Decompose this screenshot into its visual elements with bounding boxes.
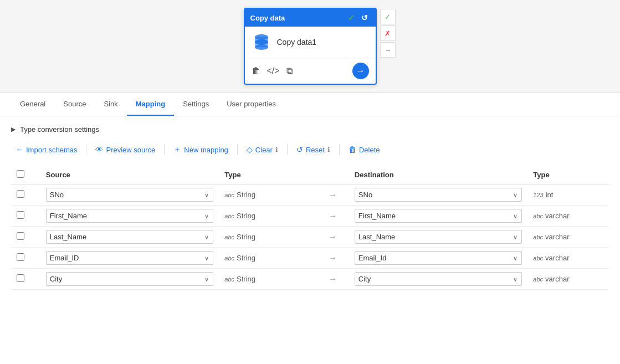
clear-btn[interactable]: ◇ Clear ℹ <box>242 143 283 156</box>
row-checkbox-2[interactable] <box>17 232 24 240</box>
dest-type-icon-0: 123 <box>533 192 543 198</box>
dest-type-badge-4: abc varchar <box>533 275 603 283</box>
card-header: Copy data ✓ ↺ <box>245 9 376 27</box>
dest-type-header: Type <box>527 166 609 184</box>
side-buttons: ✓ ✗ → <box>380 9 396 58</box>
dest-select-2[interactable]: Last_Name <box>355 230 522 244</box>
card-undo-icon[interactable]: ↺ <box>359 12 370 23</box>
table-row: Last_Name abc String → Last_Name abc var… <box>11 227 609 248</box>
panel-content: ▶ Type conversion settings ← Import sche… <box>0 116 620 299</box>
source-type-text-0: String <box>237 191 255 199</box>
card-header-right: ✓ ↺ <box>346 12 370 23</box>
tab-mapping[interactable]: Mapping <box>127 93 174 116</box>
source-type-header: Type <box>219 166 316 184</box>
table-row: Email_ID abc String → Email_Id abc varch… <box>11 248 609 269</box>
source-select-3[interactable]: Email_ID <box>46 251 214 265</box>
clear-icon: ◇ <box>247 145 253 154</box>
dest-type-badge-2: abc varchar <box>533 233 603 241</box>
mapping-arrow-3: → <box>329 253 337 263</box>
preview-source-btn[interactable]: 👁 Preview source <box>91 143 160 156</box>
tab-settings[interactable]: Settings <box>174 93 218 116</box>
reset-label: Reset <box>306 146 325 154</box>
copy-data-card: Copy data ✓ ↺ Copy data1 🗑 </> <box>244 8 377 85</box>
source-type-text-1: String <box>237 212 255 220</box>
new-mapping-btn[interactable]: ＋ New mapping <box>169 142 233 157</box>
source-type-text-3: String <box>237 254 255 262</box>
svg-point-4 <box>255 44 268 50</box>
source-type-badge-0: abc String <box>224 191 311 199</box>
source-select-4[interactable]: City <box>46 272 214 286</box>
reset-info-icon: ℹ <box>327 146 330 153</box>
row-checkbox-3[interactable] <box>17 253 24 261</box>
toolbar-divider-4 <box>287 144 288 155</box>
card-check-icon[interactable]: ✓ <box>346 12 357 23</box>
dest-type-icon-2: abc <box>533 234 543 240</box>
dest-select-3[interactable]: Email_Id <box>355 251 522 265</box>
table-row: First_Name abc String → First_Name abc v… <box>11 206 609 227</box>
toolbar-divider-5 <box>339 144 340 155</box>
dest-type-text-3: varchar <box>545 254 569 262</box>
delete-action-btn[interactable]: 🗑 <box>252 66 260 76</box>
dest-type-badge-3: abc varchar <box>533 254 603 262</box>
row-checkbox-1[interactable] <box>17 211 24 219</box>
type-conversion-row: ▶ Type conversion settings <box>11 125 609 134</box>
source-type-icon-2: abc <box>224 234 234 240</box>
dest-type-text-2: varchar <box>545 233 569 241</box>
expand-icon[interactable]: ▶ <box>11 126 16 133</box>
tab-source[interactable]: Source <box>54 93 95 116</box>
reset-btn[interactable]: ↺ Reset ℹ <box>292 143 335 156</box>
source-type-badge-1: abc String <box>224 212 311 220</box>
dest-type-icon-4: abc <box>533 276 543 283</box>
source-type-icon-3: abc <box>224 255 234 262</box>
side-check-btn[interactable]: ✓ <box>380 9 396 24</box>
code-action-btn[interactable]: </> <box>267 66 280 76</box>
import-schemas-btn[interactable]: ← Import schemas <box>11 143 81 156</box>
mapping-table: Source Type Destination Type SNo abc <box>11 166 609 290</box>
table-row: SNo abc String → SNo 123 int <box>11 184 609 206</box>
card-actions: 🗑 </> ⧉ → <box>245 58 376 84</box>
source-select-1[interactable]: First_Name <box>46 209 214 223</box>
side-x-btn[interactable]: ✗ <box>380 25 396 41</box>
dest-select-4[interactable]: City <box>355 272 522 286</box>
source-type-icon-0: abc <box>224 192 234 198</box>
table-row: City abc String → City abc varchar <box>11 269 609 290</box>
source-type-badge-4: abc String <box>224 275 311 283</box>
source-select-2[interactable]: Last_Name <box>46 230 214 244</box>
mapping-arrow-2: → <box>329 232 337 242</box>
dest-type-text-1: varchar <box>545 212 569 220</box>
tab-sink[interactable]: Sink <box>95 93 126 116</box>
arrow-header <box>316 166 349 184</box>
reset-icon: ↺ <box>296 145 303 154</box>
next-action-btn[interactable]: → <box>352 63 369 79</box>
source-header: Source <box>40 166 219 184</box>
bottom-panel: General Source Sink Mapping Settings Use… <box>0 93 620 299</box>
delete-btn[interactable]: 🗑 Delete <box>344 143 385 156</box>
copy-action-btn[interactable]: ⧉ <box>286 66 293 76</box>
toolbar: ← Import schemas 👁 Preview source ＋ New … <box>11 142 609 157</box>
dest-type-text-4: varchar <box>545 275 569 283</box>
mapping-arrow-4: → <box>329 274 337 284</box>
dest-type-badge-0: 123 int <box>533 191 603 199</box>
card-name: Copy data1 <box>277 38 317 47</box>
import-schemas-icon: ← <box>16 145 23 154</box>
source-type-badge-3: abc String <box>224 254 311 262</box>
dest-type-text-0: int <box>546 191 554 199</box>
toolbar-divider-1 <box>86 144 86 155</box>
type-conversion-label: Type conversion settings <box>20 125 99 134</box>
delete-icon: 🗑 <box>349 145 356 154</box>
tab-general[interactable]: General <box>11 93 54 116</box>
new-mapping-label: New mapping <box>184 146 228 154</box>
dest-select-1[interactable]: First_Name <box>355 209 522 223</box>
tab-user-properties[interactable]: User properties <box>218 93 285 116</box>
toolbar-divider-3 <box>237 144 238 155</box>
row-checkbox-4[interactable] <box>17 274 24 282</box>
select-all-checkbox[interactable] <box>17 170 24 178</box>
canvas-area: Copy data ✓ ↺ Copy data1 🗑 </> <box>0 0 620 93</box>
delete-label: Delete <box>359 146 380 154</box>
dest-select-0[interactable]: SNo <box>355 188 522 202</box>
row-checkbox-0[interactable] <box>17 190 24 198</box>
source-select-0[interactable]: SNo <box>46 188 214 202</box>
side-arrow-btn[interactable]: → <box>380 42 396 58</box>
preview-source-label: Preview source <box>106 146 155 154</box>
dest-type-icon-3: abc <box>533 255 543 262</box>
